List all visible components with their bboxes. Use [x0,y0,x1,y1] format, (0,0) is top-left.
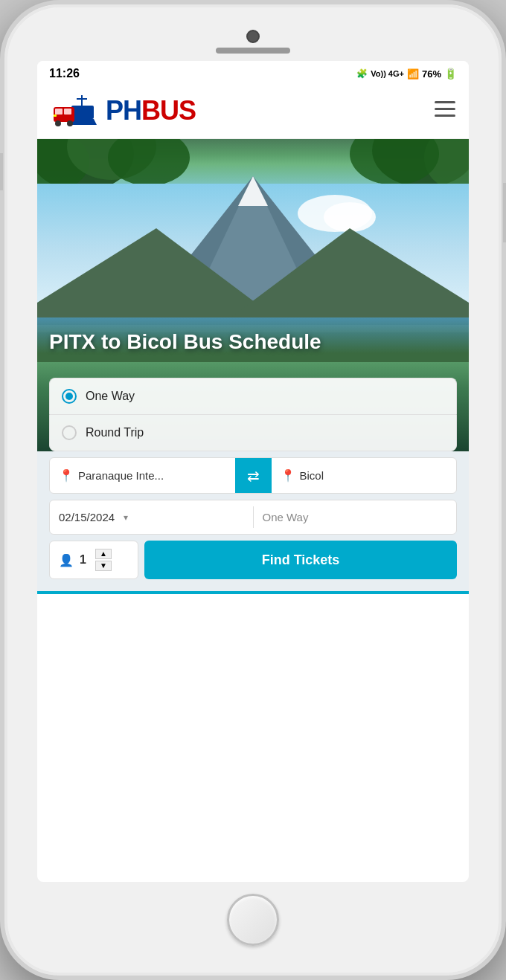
logo-ph: PH [106,95,141,126]
passenger-stepper: ▲ ▼ [95,549,112,571]
round-trip-radio[interactable] [62,425,77,440]
passenger-icon: 👤 [59,553,74,567]
status-bar: 11:26 🧩 Vo)) 4G+ 📶 76% 🔋 [37,61,469,85]
chevron-down-icon: ▾ [124,512,128,523]
trip-type-container: One Way Round Trip [49,378,457,451]
from-field[interactable]: 📍 Paranaque Inte... [50,458,235,493]
passenger-field: 👤 1 ▲ ▼ [49,541,138,579]
battery-icon: 🔋 [444,68,457,80]
svg-rect-9 [54,115,57,117]
logo-icon [51,92,103,129]
date-value: 02/15/2024 [59,511,115,523]
svg-point-24 [324,202,376,232]
round-trip-label: Round Trip [86,426,144,439]
round-trip-option[interactable]: Round Trip [49,414,457,451]
app-header: PHBUS [37,85,469,139]
svg-rect-5 [55,109,63,115]
status-icons: 🧩 Vo)) 4G+ 📶 76% 🔋 [356,68,457,80]
bottom-row: 👤 1 ▲ ▼ Find Tickets [49,541,457,579]
passenger-increment[interactable]: ▲ [95,549,112,559]
passenger-count: 1 [80,553,86,567]
swap-icon: ⇄ [247,467,260,485]
svg-rect-6 [64,109,71,115]
hero-title: PITX to Bicol Bus Schedule [49,329,321,355]
puzzle-icon: 🧩 [356,68,368,79]
svg-rect-10 [435,101,455,103]
volume-button [0,153,3,190]
status-time: 11:26 [49,67,80,80]
svg-rect-11 [435,108,455,110]
svg-rect-3 [77,98,87,100]
to-field[interactable]: 📍 Bicol [272,458,457,493]
spacer-area [37,591,469,613]
svg-rect-2 [81,95,83,107]
logo-text: PHBUS [106,95,196,126]
radio-inner-dot [65,393,73,400]
swap-button[interactable]: ⇄ [235,458,272,493]
passenger-decrement[interactable]: ▼ [95,561,112,571]
find-tickets-button[interactable]: Find Tickets [144,541,457,579]
form-section: 📍 Paranaque Inte... ⇄ 📍 Bicol 02/15/2024… [37,451,469,591]
svg-rect-0 [71,106,94,119]
from-pin-icon: 📍 [59,468,74,483]
return-label: One Way [263,511,309,523]
home-button[interactable] [227,894,279,946]
earpiece-speaker [216,48,290,54]
one-way-radio[interactable] [62,389,77,404]
to-pin-icon: 📍 [281,468,295,483]
svg-point-8 [67,120,73,126]
one-way-label: One Way [86,390,135,403]
logo-container: PHBUS [51,92,196,129]
route-row: 📍 Paranaque Inte... ⇄ 📍 Bicol [49,457,457,494]
power-button [503,183,506,242]
logo-bus: BUS [141,95,196,126]
hamburger-menu-icon[interactable] [435,101,455,120]
date-row: 02/15/2024 ▾ One Way [49,500,457,535]
signal-text: Vo)) 4G+ [371,69,404,78]
svg-point-7 [55,120,61,126]
to-value: Bicol [300,469,324,482]
hero-section: PITX to Bicol Bus Schedule One Way Round… [37,139,469,451]
phone-screen: 11:26 🧩 Vo)) 4G+ 📶 76% 🔋 [37,61,469,882]
phone-bottom [227,882,279,961]
battery-text: 76% [422,68,441,80]
signal-bars-icon: 📶 [407,68,419,80]
phone-top [4,19,502,61]
front-camera [246,30,260,43]
one-way-option[interactable]: One Way [49,378,457,414]
svg-rect-12 [435,115,455,117]
return-field: One Way [254,500,457,534]
date-field[interactable]: 02/15/2024 ▾ [50,500,253,534]
phone-frame: 11:26 🧩 Vo)) 4G+ 📶 76% 🔋 [0,0,506,980]
from-value: Paranaque Inte... [78,469,164,482]
